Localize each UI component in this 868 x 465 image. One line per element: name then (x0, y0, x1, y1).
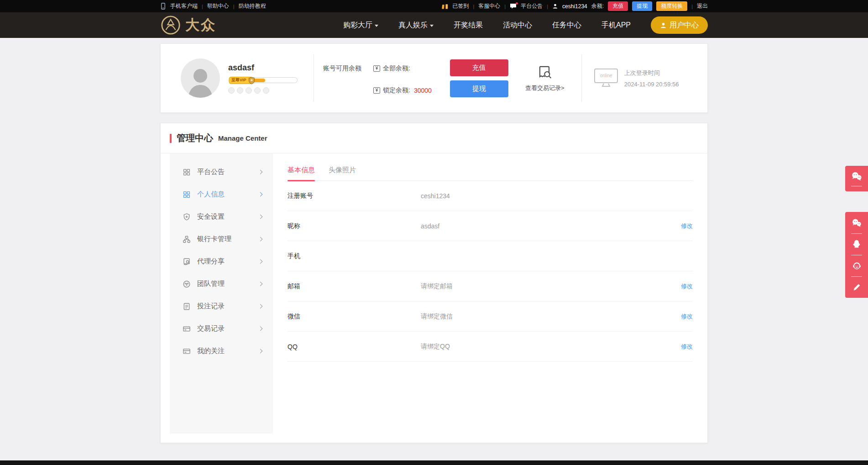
profile-badge-icon (228, 87, 235, 94)
nav-item-live-casino[interactable]: 真人娱乐 (398, 21, 434, 30)
grid-icon (183, 168, 191, 176)
card-icon (183, 325, 191, 333)
topbar-signed-in[interactable]: 已签到 (453, 2, 469, 10)
modify-nickname-link[interactable]: 修改 (681, 222, 693, 230)
card-icon (183, 347, 191, 355)
topbar-announcement[interactable]: 平台公告 (521, 2, 543, 10)
doc-search-icon (183, 258, 191, 266)
topbar-quota-transfer-button[interactable]: 额度转换 (656, 1, 687, 11)
wechat-icon (851, 171, 863, 182)
tab-bar: 基本信息 头像照片 (288, 166, 693, 181)
topbar-service-center[interactable]: 客服中心 (478, 2, 500, 10)
topbar-link-help-center[interactable]: 帮助中心 (207, 2, 229, 10)
manage-center-card: 管理中心 Manage Center 平台公告 个人信息 安全设置 (160, 123, 708, 443)
chevron-right-icon (258, 282, 263, 286)
float-customer-service-button[interactable] (845, 255, 868, 276)
float-wechat-button[interactable] (845, 166, 868, 191)
vip-progress-bar: 至尊VIP (228, 77, 298, 83)
sidebar-item-team-management[interactable]: 团队管理 (170, 273, 273, 295)
grid-icon (183, 190, 191, 199)
vip-shield-icon (248, 77, 255, 85)
svg-text:online: online (600, 73, 612, 78)
tab-basic-info[interactable]: 基本信息 (288, 166, 315, 180)
page-title: 管理中心 (177, 132, 213, 144)
nav-item-mobile-app[interactable]: 手机APP (601, 21, 631, 30)
topbar-link-mobile-client[interactable]: 手机客户端 (170, 2, 198, 10)
locked-balance-label: 锁定余额: (383, 86, 410, 95)
profile-username: asdasf (228, 63, 298, 73)
tab-avatar-photo[interactable]: 头像照片 (329, 166, 356, 180)
sitemap-icon (183, 235, 191, 243)
avatar[interactable] (181, 58, 220, 98)
profile-badge-icon (237, 87, 243, 94)
topbar-link-antihijack[interactable]: 防劫持教程 (239, 2, 266, 10)
last-login-time: 2024-11-09 20:59:56 (624, 81, 679, 88)
user-center-button[interactable]: 用户中心 (651, 16, 708, 34)
profile-badge-icon (263, 87, 269, 94)
profile-badge-icon (246, 87, 252, 94)
modify-wechat-link[interactable]: 修改 (681, 312, 693, 321)
locked-balance-value: 30000 (414, 87, 432, 94)
topbar-username: ceshi1234 (562, 3, 587, 10)
topbar-logout[interactable]: 退出 (697, 2, 708, 10)
view-transactions-link[interactable]: 查看交易记录> (508, 64, 581, 92)
notification-dot (516, 2, 518, 5)
nav-item-lottery-hall[interactable]: 购彩大厅 (343, 21, 378, 30)
info-row-phone: 手机 (288, 241, 693, 271)
nav-item-activity-center[interactable]: 活动中心 (503, 21, 532, 30)
float-wechat-button[interactable] (845, 212, 868, 233)
headset-icon (852, 260, 862, 271)
divider (473, 3, 475, 10)
modify-qq-link[interactable]: 修改 (681, 343, 693, 351)
chevron-right-icon (258, 215, 263, 219)
sidebar-item-security-settings[interactable]: 安全设置 (170, 206, 273, 228)
yen-icon: ¥ (373, 87, 380, 94)
books-icon (442, 3, 449, 10)
modify-email-link[interactable]: 修改 (681, 282, 693, 291)
sidebar-item-bank-card-management[interactable]: 银行卡管理 (170, 228, 273, 250)
profile-badges (228, 87, 298, 94)
site-logo[interactable]: 大众 (160, 15, 216, 36)
topbar: 手机客户端 帮助中心 防劫持教程 已签到 客服中心 平台公告 ceshi1234 (0, 0, 868, 12)
recharge-button[interactable]: 充值 (450, 59, 508, 76)
qq-icon (852, 239, 862, 249)
divider (504, 3, 506, 10)
main-nav: 大众 购彩大厅 真人娱乐 开奖结果 活动中心 任务中心 手机APP 用户中心 (0, 12, 868, 38)
document-icon (183, 302, 191, 311)
logo-text: 大众 (185, 16, 216, 35)
user-icon (660, 22, 667, 29)
vip-level-badge: 至尊VIP (229, 77, 252, 84)
user-icon (552, 3, 558, 9)
pencil-icon (852, 282, 862, 292)
nav-item-task-center[interactable]: 任务中心 (552, 21, 581, 30)
floating-toolbar (845, 212, 868, 298)
sidebar-item-transaction-records[interactable]: 交易记录 (170, 317, 273, 340)
announcement-icon (510, 3, 517, 9)
phone-icon (160, 3, 166, 10)
chevron-down-icon (375, 25, 378, 27)
chevron-right-icon (258, 349, 263, 354)
user-info-card: asdasf 至尊VIP 账号可用余额 (160, 43, 708, 113)
float-qq-button[interactable] (845, 233, 868, 255)
withdraw-button[interactable]: 提现 (450, 80, 508, 97)
float-feedback-button[interactable] (845, 276, 868, 298)
chevron-right-icon (258, 170, 263, 174)
sidebar-item-my-follows[interactable]: 我的关注 (170, 340, 273, 362)
topbar-recharge-button[interactable]: 充值 (608, 1, 628, 11)
divider (691, 3, 693, 10)
sidebar-item-bet-records[interactable]: 投注记录 (170, 295, 273, 317)
divider (851, 186, 862, 186)
online-monitor-icon: online (594, 68, 618, 88)
last-login-label: 上次登录时间 (624, 69, 679, 77)
sidebar-item-agent-share[interactable]: 代理分享 (170, 250, 273, 273)
sidebar-item-personal-info[interactable]: 个人信息 (170, 183, 273, 206)
info-row-qq: QQ 请绑定QQ 修改 (288, 332, 693, 362)
transaction-record-icon (537, 64, 553, 81)
info-row-nickname: 昵称 asdasf 修改 (288, 211, 693, 241)
sidebar-item-platform-announcement[interactable]: 平台公告 (170, 161, 273, 183)
nav-item-draw-results[interactable]: 开奖结果 (454, 21, 483, 30)
shield-plus-icon (183, 213, 191, 221)
footer (0, 460, 868, 465)
topbar-withdraw-button[interactable]: 提现 (632, 1, 652, 11)
chevron-down-icon (430, 25, 434, 27)
